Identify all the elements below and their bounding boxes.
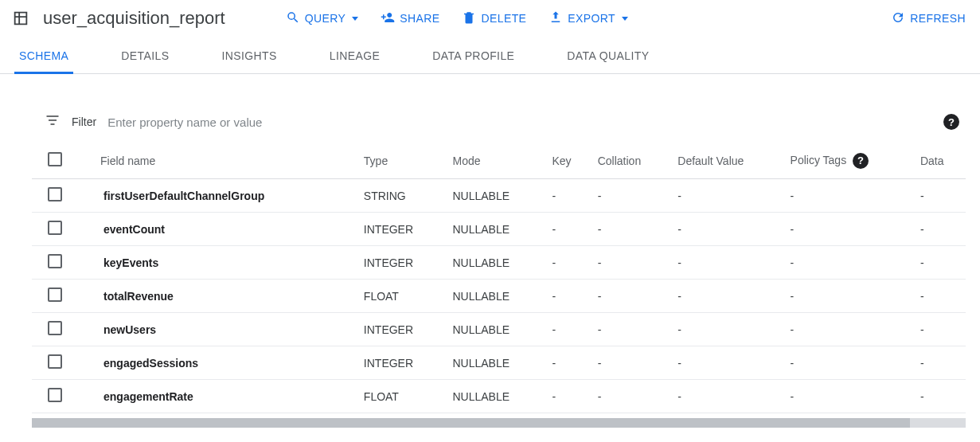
table-icon — [11, 9, 30, 28]
row-checkbox[interactable] — [48, 321, 62, 335]
col-type: Type — [357, 143, 447, 179]
table-row: eventCountINTEGERNULLABLE----- — [32, 213, 966, 246]
tab-insights[interactable]: INSIGHTS — [217, 40, 281, 74]
field-collation: - — [592, 346, 672, 380]
schema-table: Field name Type Mode Key Collation Defau… — [32, 143, 966, 413]
trash-icon — [462, 10, 476, 27]
field-mode: NULLABLE — [446, 380, 545, 413]
table-header-row: Field name Type Mode Key Collation Defau… — [32, 143, 966, 179]
row-checkbox[interactable] — [48, 254, 62, 268]
help-icon[interactable]: ? — [853, 153, 869, 169]
field-policy-tags: - — [784, 179, 914, 213]
share-button[interactable]: SHARE — [381, 10, 439, 27]
col-collation: Collation — [592, 143, 672, 179]
field-type: STRING — [357, 179, 447, 213]
field-policy-tags: - — [784, 380, 914, 413]
field-default: - — [671, 213, 783, 246]
toolbar: user_acquisition_report QUERY SHARE DELE… — [0, 0, 980, 40]
field-key: - — [545, 346, 591, 380]
field-name: engagementRate — [100, 390, 193, 403]
filter-input[interactable] — [107, 115, 932, 129]
field-mode: NULLABLE — [446, 246, 545, 280]
tabs: SCHEMA DETAILS INSIGHTS LINEAGE DATA PRO… — [0, 40, 980, 74]
field-default: - — [671, 380, 783, 413]
scrollbar-thumb[interactable] — [32, 418, 910, 428]
field-policy-tags: - — [784, 346, 914, 380]
field-collation: - — [592, 313, 672, 346]
person-add-icon — [381, 10, 395, 27]
field-type: FLOAT — [357, 380, 447, 413]
field-default: - — [671, 346, 783, 380]
tab-schema[interactable]: SCHEMA — [14, 40, 73, 74]
row-checkbox[interactable] — [48, 388, 62, 402]
table-row: engagedSessionsINTEGERNULLABLE----- — [32, 346, 966, 380]
field-collation: - — [592, 280, 672, 313]
col-field-name: Field name — [68, 143, 357, 179]
dropdown-arrow-icon — [622, 17, 628, 21]
tab-data-quality[interactable]: DATA QUALITY — [562, 40, 654, 74]
field-key: - — [545, 213, 591, 246]
row-checkbox[interactable] — [48, 187, 62, 201]
schema-panel: Filter ? Field name Type Mode Key Collat… — [0, 74, 980, 428]
field-key: - — [545, 313, 591, 346]
export-button[interactable]: EXPORT — [549, 10, 628, 27]
search-icon — [286, 10, 300, 27]
table-row: newUsersINTEGERNULLABLE----- — [32, 313, 966, 346]
filter-label: Filter — [72, 115, 96, 128]
horizontal-scrollbar[interactable] — [32, 418, 966, 428]
field-type: INTEGER — [357, 346, 447, 380]
query-button[interactable]: QUERY — [286, 10, 359, 27]
field-mode: NULLABLE — [446, 313, 545, 346]
refresh-icon — [891, 10, 905, 27]
export-icon — [549, 10, 563, 27]
col-default-value: Default Value — [671, 143, 783, 179]
table-row: totalRevenueFLOATNULLABLE----- — [32, 280, 966, 313]
field-default: - — [671, 280, 783, 313]
field-data: - — [914, 346, 966, 380]
tab-data-profile[interactable]: DATA PROFILE — [428, 40, 519, 74]
field-collation: - — [592, 179, 672, 213]
field-mode: NULLABLE — [446, 280, 545, 313]
field-key: - — [545, 179, 591, 213]
table-row: firstUserDefaultChannelGroupSTRINGNULLAB… — [32, 179, 966, 213]
table-row: engagementRateFLOATNULLABLE----- — [32, 380, 966, 413]
field-name: keyEvents — [100, 256, 158, 269]
row-checkbox[interactable] — [48, 287, 62, 302]
field-collation: - — [592, 213, 672, 246]
dropdown-arrow-icon — [352, 17, 358, 21]
tab-details[interactable]: DETAILS — [116, 40, 174, 74]
refresh-button[interactable]: REFRESH — [891, 10, 966, 27]
delete-button[interactable]: DELETE — [462, 10, 526, 27]
field-default: - — [671, 313, 783, 346]
field-collation: - — [592, 380, 672, 413]
field-key: - — [545, 246, 591, 280]
refresh-label: REFRESH — [910, 12, 966, 25]
row-checkbox[interactable] — [48, 221, 62, 235]
tab-lineage[interactable]: LINEAGE — [325, 40, 385, 74]
field-default: - — [671, 246, 783, 280]
row-checkbox[interactable] — [48, 354, 62, 369]
export-label: EXPORT — [568, 12, 615, 25]
field-type: INTEGER — [357, 213, 447, 246]
field-data: - — [914, 313, 966, 346]
field-policy-tags: - — [784, 246, 914, 280]
field-policy-tags: - — [784, 313, 914, 346]
field-name: eventCount — [100, 223, 165, 236]
field-mode: NULLABLE — [446, 179, 545, 213]
field-name: newUsers — [100, 323, 156, 336]
field-data: - — [914, 179, 966, 213]
field-data: - — [914, 213, 966, 246]
help-icon[interactable]: ? — [943, 114, 959, 130]
share-label: SHARE — [400, 12, 439, 25]
field-name: firstUserDefaultChannelGroup — [100, 190, 264, 202]
field-data: - — [914, 246, 966, 280]
field-key: - — [545, 280, 591, 313]
col-key: Key — [545, 143, 591, 179]
field-policy-tags: - — [784, 213, 914, 246]
field-type: FLOAT — [357, 280, 447, 313]
toolbar-actions: QUERY SHARE DELETE EXPORT — [286, 10, 628, 27]
field-data: - — [914, 280, 966, 313]
field-mode: NULLABLE — [446, 213, 545, 246]
page-title: user_acquisition_report — [43, 8, 225, 29]
select-all-checkbox[interactable] — [48, 152, 62, 166]
